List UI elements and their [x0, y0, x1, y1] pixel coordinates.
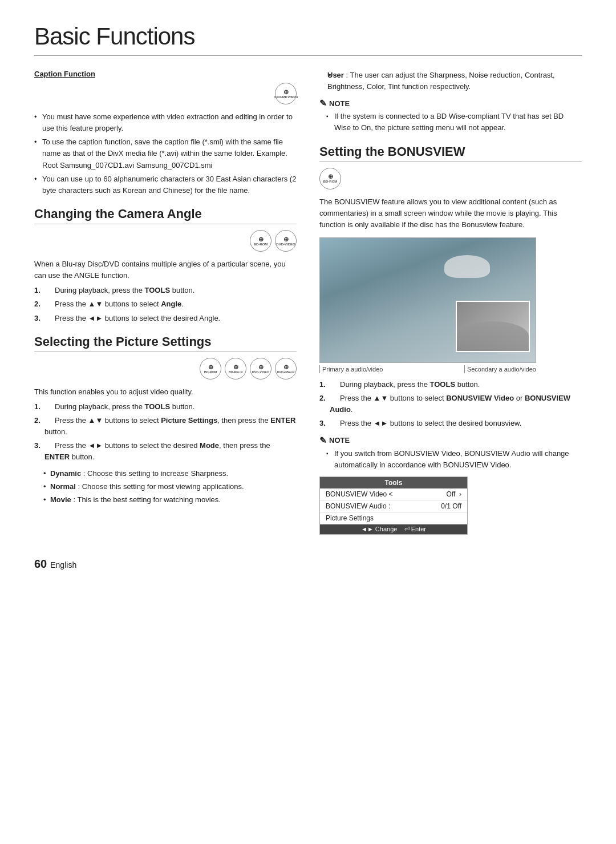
page-title: Basic Functions	[34, 23, 582, 56]
bonusview-title: Setting the BONUSVIEW	[319, 144, 582, 162]
camera-angle-step-3: 3. Press the ◄► buttons to select the de…	[34, 313, 297, 324]
primary-label: Primary a audio/video	[319, 365, 383, 373]
bdrom-icon-pic: ⊕ BD-ROM	[200, 358, 221, 379]
note-label-bonusview: ✎ NOTE	[319, 435, 582, 446]
caption-bullets: You must have some experience with video…	[34, 111, 297, 196]
bonusview-icon-row: ⊕ BD-ROM	[319, 168, 582, 189]
note-label-pic: ✎ NOTE	[319, 98, 582, 108]
page-number: 60	[34, 558, 47, 571]
picture-settings-title: Selecting the Picture Settings	[34, 334, 297, 352]
page-number-row: 60 English	[34, 558, 582, 571]
camera-angle-step-1: 1. During playback, press the TOOLS butt…	[34, 285, 297, 296]
camera-angle-step-2: 2. Press the ▲▼ buttons to select Angle.	[34, 298, 297, 310]
bonusview-note: ✎ NOTE If you switch from BONUSVIEW Vide…	[319, 435, 582, 471]
bonusview-steps: 1. During playback, press the TOOLS butt…	[319, 379, 582, 430]
caption-bullet-1: You must have some experience with video…	[34, 111, 297, 134]
sub-bullet-user: User : The user can adjust the Sharpness…	[319, 70, 582, 92]
bdrer-icon-pic: ⊕ BD-RE/-R	[225, 358, 246, 379]
sub-bullet-movie: Movie : This is the best setting for wat…	[34, 494, 297, 506]
sub-bullet-dynamic: Dynamic : Choose this setting to increas…	[34, 468, 297, 479]
tools-menu-row-3: Picture Settings	[320, 512, 467, 524]
picture-settings-step-3: 3. Press the ◄► buttons to select the de…	[34, 440, 297, 463]
tools-menu: Tools BONUSVIEW Video < Off › BONUSVIEW …	[319, 476, 468, 535]
caption-icon-row: ⊕ DivX/MKV/MP4	[34, 83, 297, 104]
tools-menu-footer: ◄► Change ⏎ Enter	[320, 524, 467, 534]
note-item-bonusview-1: If you switch from BONUSVIEW Video, BONU…	[326, 448, 582, 471]
camera-angle-title: Changing the Camera Angle	[34, 207, 297, 224]
image-labels: Primary a audio/video Secondary a audio/…	[319, 365, 536, 373]
bonusview-intro: The BONUSVIEW feature allows you to view…	[319, 196, 582, 231]
page-container: Basic Functions Caption Function ⊕ DivX/…	[0, 0, 616, 605]
secondary-label: Secondary a audio/video	[464, 365, 536, 373]
main-content: Caption Function ⊕ DivX/MKV/MP4 You must…	[34, 70, 582, 540]
cat-decoration	[457, 321, 529, 351]
camera-angle-icon-row: ⊕ BD-ROM ⊕ DVD-VIDEO	[34, 230, 297, 252]
camera-angle-intro: When a Blu-ray Disc/DVD contains multipl…	[34, 259, 297, 281]
bird-decoration	[444, 255, 490, 278]
picture-settings-icon-row: ⊕ BD-ROM ⊕ BD-RE/-R ⊕ DVD-VIDEO ⊕ DVD+RW…	[34, 358, 297, 379]
picture-settings-note: ✎ NOTE If the system is connected to a B…	[319, 98, 582, 134]
english-label: English	[50, 560, 76, 570]
note-item-pic-1: If the system is connected to a BD Wise-…	[326, 111, 582, 134]
caption-bullet-2: To use the caption function, save the ca…	[34, 136, 297, 171]
note-list-pic: If the system is connected to a BD Wise-…	[319, 111, 582, 134]
note-icon-bonusview: ✎	[319, 435, 327, 446]
note-list-bonusview: If you switch from BONUSVIEW Video, BONU…	[319, 448, 582, 471]
dvdrw-icon-pic: ⊕ DVD+RW/-R	[275, 358, 297, 379]
bdrom-icon-camera: ⊕ BD-ROM	[250, 230, 271, 252]
left-column: Caption Function ⊕ DivX/MKV/MP4 You must…	[34, 70, 297, 540]
dvdvideo-icon-pic: ⊕ DVD-VIDEO	[250, 358, 271, 379]
bonusview-step-1: 1. During playback, press the TOOLS butt…	[319, 379, 582, 390]
tools-menu-row-1: BONUSVIEW Video < Off ›	[320, 488, 467, 500]
picture-settings-step-2: 2. Press the ▲▼ buttons to select Pictur…	[34, 415, 297, 438]
camera-angle-steps: 1. During playback, press the TOOLS butt…	[34, 285, 297, 324]
caption-function-heading: Caption Function	[34, 70, 297, 78]
bonusview-image	[319, 237, 536, 363]
right-column: User : The user can adjust the Sharpness…	[319, 70, 582, 540]
secondary-screen	[456, 301, 530, 352]
tools-menu-row-2: BONUSVIEW Audio : 0/1 Off	[320, 500, 467, 512]
dvdvideo-icon-camera: ⊕ DVD-VIDEO	[275, 230, 297, 252]
bonusview-step-3: 3. Press the ◄► buttons to select the de…	[319, 418, 582, 429]
bdrom-icon-bonusview: ⊕ BD-ROM	[319, 168, 341, 189]
tools-menu-title: Tools	[320, 477, 467, 488]
sub-bullet-normal: Normal : Choose this setting for most vi…	[34, 481, 297, 492]
picture-settings-step-1: 1. During playback, press the TOOLS butt…	[34, 401, 297, 413]
picture-settings-steps: 1. During playback, press the TOOLS butt…	[34, 401, 297, 463]
note-icon-pic: ✎	[319, 98, 327, 108]
picture-settings-intro: This function enables you to adjust vide…	[34, 386, 297, 398]
divx-icon: ⊕ DivX/MKV/MP4	[275, 83, 297, 104]
caption-bullet-3: You can use up to 60 alphanumeric charac…	[34, 173, 297, 196]
bonusview-step-2: 2. Press the ▲▼ buttons to select BONUSV…	[319, 393, 582, 415]
